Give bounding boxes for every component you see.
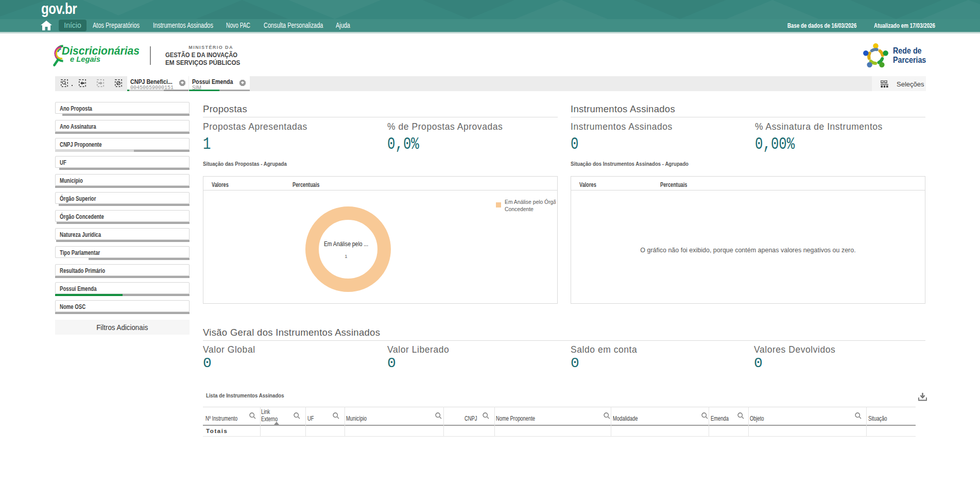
svg-text:e Legais: e Legais (70, 55, 100, 63)
